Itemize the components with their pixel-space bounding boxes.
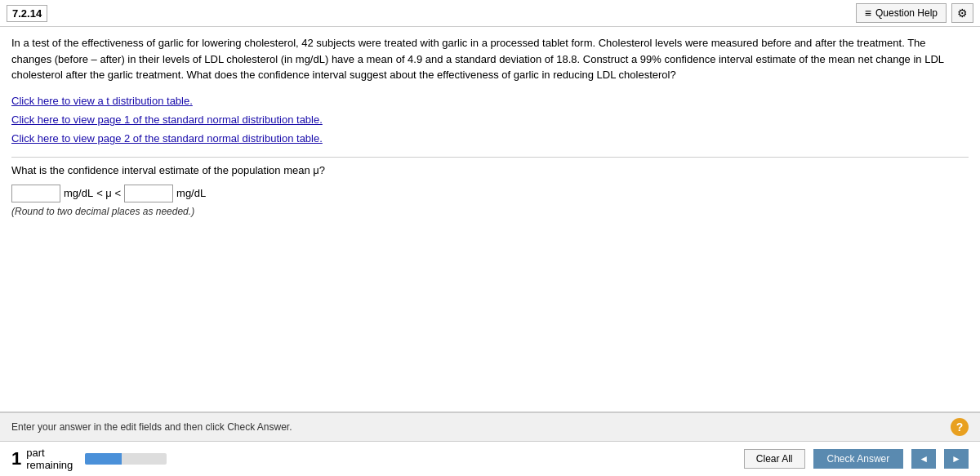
links-section: Click here to view a t distribution tabl… [11,91,969,149]
part-label: part [26,447,73,459]
unit-label-1: mg/dL [64,187,93,199]
part-label-group: part remaining [26,447,73,471]
header: 7.2.14 ≡ Question Help ⚙ [0,0,980,27]
status-bar: Enter your answer in the edit fields and… [0,412,980,441]
t-distribution-link[interactable]: Click here to view a t distribution tabl… [11,91,969,110]
bottom-bar: 1 part remaining Clear All Check Answer … [0,441,980,476]
version-badge: 7.2.14 [7,5,47,22]
clear-all-button[interactable]: Clear All [744,449,805,469]
upper-bound-input[interactable] [124,185,173,202]
gear-button[interactable]: ⚙ [951,3,973,23]
next-button[interactable]: ► [944,449,969,469]
unit-label-2: mg/dL [176,187,206,199]
help-button[interactable]: ? [951,418,969,436]
prev-button[interactable]: ◄ [911,449,936,469]
round-note: (Round to two decimal places as needed.) [11,206,969,217]
parts-info: 1 part remaining [11,447,77,471]
progress-bar-fill [85,453,122,465]
status-text: Enter your answer in the edit fields and… [11,421,951,433]
question-help-button[interactable]: ≡ Question Help [856,3,947,23]
problem-text: In a test of the effectiveness of garlic… [11,35,969,83]
normal-dist-page1-link[interactable]: Click here to view page 1 of the standar… [11,110,969,129]
gear-icon: ⚙ [957,7,968,20]
progress-bar [85,453,167,465]
normal-dist-page2-link[interactable]: Click here to view page 2 of the standar… [11,129,969,148]
list-icon: ≡ [865,7,871,20]
less-than-label: < μ < [96,187,121,199]
question-label: What is the confidence interval estimate… [11,164,969,176]
main-content: In a test of the effectiveness of garlic… [0,27,980,412]
remaining-label: remaining [26,459,73,471]
part-number: 1 [11,450,21,468]
question-help-label: Question Help [875,7,938,19]
answer-row: mg/dL < μ < mg/dL [11,185,969,202]
lower-bound-input[interactable] [11,185,60,202]
divider [11,157,969,158]
check-answer-button[interactable]: Check Answer [813,449,904,469]
